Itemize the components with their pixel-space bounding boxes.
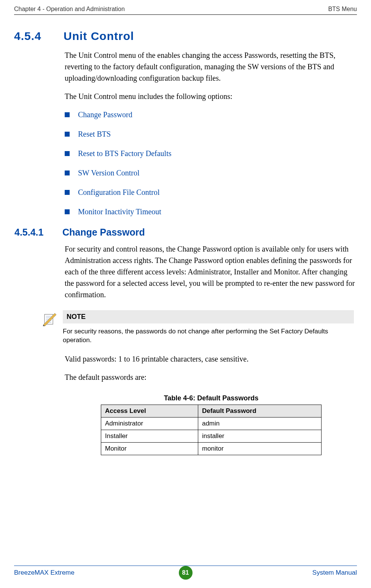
square-bullet-icon [65, 112, 70, 117]
section-heading: 4.5.4Unit Control [14, 30, 134, 43]
option-label: Reset BTS [78, 130, 111, 139]
footer-product: BreezeMAX Extreme [14, 569, 75, 577]
intro-paragraph-1: The Unit Control menu of the enables cha… [65, 49, 358, 84]
header-menu: BTS Menu [328, 6, 357, 13]
table-row: Administrator admin [101, 417, 322, 430]
table-cell: admin [198, 417, 321, 430]
option-item: Monitor Inactivity Timeout [65, 207, 358, 216]
table-row: Installer installer [101, 430, 322, 442]
note-pencil-icon [42, 311, 57, 326]
note-label: NOTE [63, 310, 354, 323]
table-cell: Monitor [101, 442, 198, 455]
option-label: Configuration File Control [78, 188, 159, 197]
header-chapter: Chapter 4 - Operation and Administration [14, 6, 125, 13]
default-passwords-table: Access Level Default Password Administra… [101, 405, 322, 455]
valid-passwords-text: Valid passwords: 1 to 16 printable chara… [65, 353, 358, 365]
square-bullet-icon [65, 209, 70, 214]
table-cell: monitor [198, 442, 321, 455]
default-passwords-intro: The default passwords are: [65, 371, 358, 383]
square-bullet-icon [65, 190, 70, 195]
header-divider [14, 14, 357, 15]
subsection-paragraph: For security and control reasons, the Ch… [65, 243, 358, 300]
table-cell: Installer [101, 430, 198, 442]
table-header: Access Level [101, 405, 198, 417]
table-cell: Administrator [101, 417, 198, 430]
option-label: Change Password [78, 110, 132, 119]
note-text: For security reasons, the passwords do n… [63, 323, 354, 345]
page-header: Chapter 4 - Operation and Administration… [14, 6, 357, 13]
square-bullet-icon [65, 151, 70, 156]
page-number-badge: 81 [179, 566, 193, 580]
subsection-heading: 4.5.4.1Change Password [14, 227, 358, 238]
option-item: SW Version Control [65, 169, 358, 177]
option-label: Reset to BTS Factory Defaults [78, 149, 172, 158]
section-number: 4.5.4 [14, 30, 64, 43]
subsection-number: 4.5.4.1 [14, 227, 62, 238]
option-item: Change Password [65, 110, 358, 119]
option-list: Change Password Reset BTS Reset to BTS F… [65, 110, 358, 216]
square-bullet-icon [65, 132, 70, 137]
table-cell: installer [198, 430, 321, 442]
footer-manual: System Manual [312, 569, 357, 577]
table-row: Monitor monitor [101, 442, 322, 455]
option-item: Configuration File Control [65, 188, 358, 197]
section-title: Unit Control [64, 30, 134, 42]
intro-paragraph-2: The Unit Control menu includes the follo… [65, 91, 358, 102]
option-item: Reset to BTS Factory Defaults [65, 149, 358, 158]
table-caption: Table 4-6: Default Passwords [65, 394, 358, 402]
option-label: SW Version Control [78, 169, 140, 177]
table-header: Default Password [198, 405, 321, 417]
note-block: NOTE For security reasons, the passwords… [42, 310, 354, 345]
subsection-title: Change Password [62, 227, 145, 237]
square-bullet-icon [65, 171, 70, 175]
option-item: Reset BTS [65, 130, 358, 139]
page-footer: BreezeMAX Extreme 81 System Manual [14, 566, 357, 577]
option-label: Monitor Inactivity Timeout [78, 207, 161, 216]
